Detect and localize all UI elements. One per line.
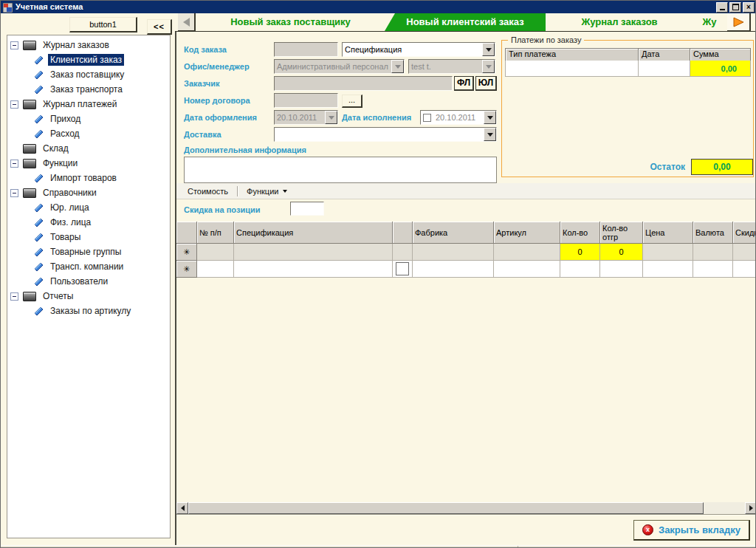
grid-cell[interactable]	[234, 244, 393, 261]
grid-cell[interactable]	[393, 244, 413, 261]
tree-item-label[interactable]: Юр. лица	[48, 202, 92, 213]
minimize-button[interactable]	[716, 2, 728, 13]
grid-cell[interactable]	[693, 261, 733, 278]
grid-cell[interactable]	[197, 244, 234, 261]
status-bar	[1, 545, 756, 548]
collapse-tree-button[interactable]: <<	[147, 19, 172, 35]
grid-cell[interactable]	[643, 261, 693, 278]
chevron-down-icon	[487, 116, 493, 120]
tree-leaf: Юр. лица	[7, 200, 170, 215]
expand-toggle-icon[interactable]	[10, 41, 18, 49]
row-header-cell[interactable]: ✳	[176, 244, 197, 261]
payments-cell[interactable]	[506, 61, 639, 77]
tree-item-label[interactable]: Журнал платежей	[41, 98, 119, 110]
tree-item-label[interactable]: Заказ транспорта	[48, 83, 125, 95]
office-combo[interactable]: Административный персонал	[274, 59, 405, 74]
expand-toggle-icon[interactable]	[10, 160, 18, 168]
horizontal-scrollbar[interactable]	[176, 502, 756, 514]
scroll-left-button[interactable]	[176, 502, 188, 514]
scrollbar-thumb[interactable]	[188, 502, 704, 514]
close-button[interactable]: ×	[743, 2, 755, 13]
delivery-combo[interactable]	[274, 127, 497, 142]
minimize-icon	[720, 9, 725, 10]
order-panel: Код заказа Спецификация Офис/менеджер Ад…	[175, 32, 756, 545]
tab-scroll-right-button[interactable]	[727, 13, 751, 31]
dropdown-button[interactable]	[484, 128, 496, 141]
tree-item-label[interactable]: Заказы по артикулу	[48, 305, 133, 317]
grid-cell[interactable]	[494, 244, 560, 261]
grid-cell[interactable]	[643, 244, 693, 261]
row-header-cell[interactable]: ✳	[176, 261, 197, 278]
contract-number-input[interactable]	[274, 93, 338, 108]
folder-icon	[23, 144, 36, 154]
dropdown-button[interactable]	[484, 111, 496, 124]
tree-item-label[interactable]: Заказ поставщику	[48, 69, 126, 81]
manager-combo[interactable]: test t.	[408, 59, 495, 74]
tree-leaf: Физ. лица	[7, 215, 170, 230]
grid-cell[interactable]	[693, 244, 733, 261]
additional-info-label: Дополнительная информация	[184, 143, 306, 157]
grid-cell[interactable]	[413, 261, 494, 278]
close-tab-button[interactable]: x Закрыть вкладку	[633, 520, 750, 541]
grid-cell[interactable]	[733, 244, 756, 261]
tree-item-label[interactable]: Функции	[41, 157, 80, 169]
tree-item-label[interactable]: Склад	[41, 143, 71, 154]
tree-item-label[interactable]: Справочники	[41, 187, 99, 199]
tree-item-label[interactable]: Физ. лица	[48, 216, 93, 228]
tree-item-label[interactable]: Трансп. компании	[48, 261, 126, 273]
dropdown-button[interactable]	[325, 111, 337, 124]
grid-cell[interactable]: 0	[560, 244, 600, 261]
functions-menu-button[interactable]: Функции	[240, 184, 294, 199]
tab-1[interactable]: Новый заказ поставщику	[196, 13, 385, 31]
grid-cell[interactable]	[234, 261, 393, 278]
grid-cell[interactable]	[393, 261, 413, 278]
tab-2[interactable]: Новый клиентский заказ	[385, 13, 546, 31]
fl-button[interactable]: ФЛ	[454, 76, 474, 91]
restore-button[interactable]	[729, 2, 741, 13]
order-code-input[interactable]	[274, 42, 338, 57]
spec-combo[interactable]: Спецификация	[342, 42, 495, 57]
tree-item-label[interactable]: Импорт товаров	[48, 172, 119, 184]
issue-date-value: 20.10.2011	[275, 113, 325, 122]
tab-scroll-left-button[interactable]	[178, 13, 196, 31]
dropdown-button[interactable]	[482, 60, 495, 73]
issue-date-picker[interactable]: 20.10.2011	[274, 110, 338, 125]
ul-button[interactable]: ЮЛ	[475, 76, 497, 91]
tree-item-label[interactable]: Товары	[48, 231, 83, 243]
tree-leaf: Заказ поставщику	[7, 67, 170, 82]
due-date-checkbox[interactable]	[423, 114, 431, 122]
tree-item-label[interactable]: Пользователи	[48, 275, 110, 287]
grid-cell[interactable]	[733, 261, 756, 278]
expand-toggle-icon[interactable]	[10, 292, 18, 301]
dropdown-button[interactable]	[391, 60, 404, 73]
restore-icon	[732, 4, 739, 10]
due-date-picker[interactable]: 20.10.2011	[420, 110, 497, 125]
payments-cell[interactable]	[639, 61, 690, 77]
tab-3[interactable]: Журнал заказов	[546, 13, 693, 31]
expand-toggle-icon[interactable]	[10, 100, 18, 109]
tree-item-label[interactable]: Отчеты	[41, 290, 75, 302]
tab-4[interactable]: Жу	[693, 13, 726, 31]
discount-input[interactable]	[290, 202, 324, 216]
customer-input[interactable]	[274, 76, 453, 91]
grid-cell[interactable]: 0	[600, 244, 643, 261]
grid-cell[interactable]	[600, 261, 643, 278]
expand-toggle-icon[interactable]	[10, 189, 18, 197]
tree-item-label[interactable]: Товарные группы	[48, 246, 123, 258]
cell-editor-box[interactable]	[396, 262, 409, 275]
tree-item-label[interactable]: Приход	[48, 113, 83, 125]
grid-cell[interactable]	[494, 261, 560, 278]
payments-cell[interactable]: 0,00	[690, 61, 751, 77]
contract-browse-button[interactable]: ...	[342, 95, 362, 108]
grid-cell[interactable]	[413, 244, 494, 261]
grid-cell[interactable]	[560, 261, 600, 278]
dropdown-button[interactable]	[482, 43, 495, 56]
tree-item-label[interactable]: Клиентский заказ	[48, 54, 124, 66]
tree-item-label[interactable]: Расход	[48, 128, 82, 140]
additional-info-textarea[interactable]	[184, 157, 497, 183]
button1[interactable]: button1	[69, 17, 137, 32]
cost-button[interactable]: Стоимость	[181, 184, 235, 199]
scroll-right-button[interactable]	[745, 502, 756, 514]
grid-cell[interactable]	[197, 261, 234, 278]
tree-item-label[interactable]: Журнал заказов	[41, 39, 111, 51]
